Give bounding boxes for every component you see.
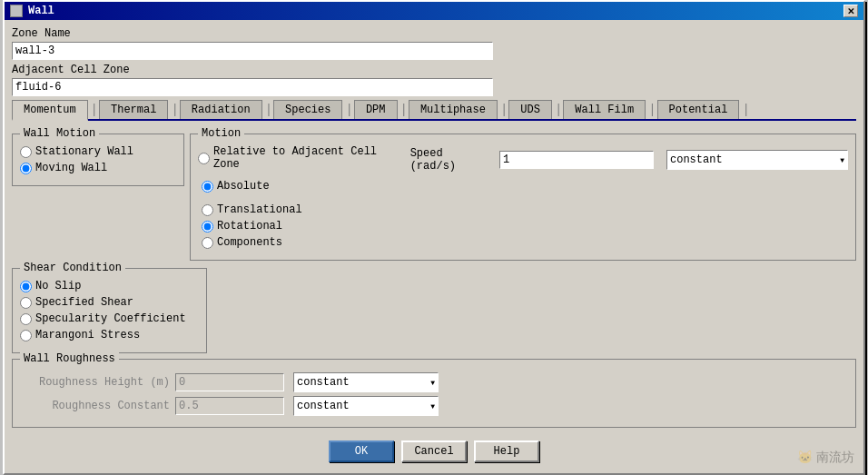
wall-roughness-group: Wall Roughness Roughness Height (m) cons… <box>12 359 856 428</box>
watermark: 🐱 南流坊 <box>797 450 854 466</box>
relative-radio[interactable] <box>198 153 210 164</box>
roughness-height-input[interactable] <box>175 373 284 391</box>
roughness-height-dropdown[interactable]: constant <box>293 372 439 392</box>
specified-shear-label: Specified Shear <box>35 296 133 309</box>
left-panel: Wall Motion Stationary Wall Moving Wall <box>12 128 184 266</box>
roughness-constant-row: Roughness Constant constant <box>20 396 848 416</box>
tab-sep-9: | <box>741 103 750 117</box>
tab-sep-2: | <box>170 103 179 117</box>
tab-species[interactable]: Species <box>273 100 342 119</box>
help-button[interactable]: Help <box>474 440 539 462</box>
specularity-radio-item: Specularity Coefficient <box>20 312 199 325</box>
tab-wall-film[interactable]: Wall Film <box>563 100 646 119</box>
tabs-bar: Momentum | Thermal | Radiation | Species… <box>12 100 856 121</box>
components-radio-item: Components <box>202 236 848 249</box>
roughness-height-row: Roughness Height (m) constant <box>20 372 848 392</box>
components-radio[interactable] <box>202 237 213 249</box>
tab-uds[interactable]: UDS <box>508 100 552 119</box>
no-slip-radio-item: No Slip <box>20 280 199 292</box>
tab-momentum[interactable]: Momentum <box>12 100 88 121</box>
tab-dpm[interactable]: DPM <box>354 100 398 119</box>
content-area: Zone Name Adjacent Cell Zone Momentum | … <box>5 20 863 473</box>
specified-shear-radio[interactable] <box>20 297 32 309</box>
speed-label: Speed (rad/s) <box>410 147 490 173</box>
rotational-radio[interactable] <box>202 221 213 233</box>
bottom-buttons-area: OK Cancel Help <box>12 433 856 466</box>
wall-motion-group: Wall Motion Stationary Wall Moving Wall <box>12 134 184 186</box>
roughness-constant-label: Roughness Constant <box>20 400 170 412</box>
relative-radio-item: Relative to Adjacent Cell Zone <box>198 145 398 171</box>
stationary-wall-radio[interactable] <box>20 146 32 158</box>
roughness-height-dropdown-wrapper: constant <box>293 372 439 392</box>
specularity-label: Specularity Coefficient <box>35 312 186 325</box>
translational-label: Translational <box>217 203 302 216</box>
tab-sep-5: | <box>399 103 409 117</box>
speed-dropdown-wrapper: constant <box>666 150 848 170</box>
roughness-constant-input[interactable] <box>175 397 284 415</box>
motion-reference-row: Relative to Adjacent Cell Zone Speed (ra… <box>198 145 848 174</box>
absolute-label: Absolute <box>217 180 270 193</box>
zone-name-label: Zone Name <box>12 27 856 40</box>
window-icon <box>10 5 23 17</box>
shear-condition-title: Shear Condition <box>20 262 125 274</box>
moving-wall-label: Moving Wall <box>35 162 107 174</box>
moving-wall-radio-item: Moving Wall <box>20 162 176 174</box>
specularity-radio[interactable] <box>20 313 32 325</box>
wall-motion-title: Wall Motion <box>20 127 99 140</box>
tab-sep-6: | <box>499 103 508 117</box>
no-slip-label: No Slip <box>35 280 81 292</box>
rotational-label: Rotational <box>217 220 282 233</box>
marangoni-label: Marangoni Stress <box>35 329 140 341</box>
adjacent-cell-zone-label: Adjacent Cell Zone <box>12 64 856 76</box>
shear-condition-group: Shear Condition No Slip Specified Shear … <box>12 268 207 353</box>
speed-input[interactable] <box>499 151 654 169</box>
absolute-radio-item: Absolute <box>202 180 848 193</box>
titlebar-title-area: Wall <box>10 5 54 17</box>
translational-radio[interactable] <box>202 204 213 216</box>
close-button[interactable]: ✕ <box>843 5 858 17</box>
stationary-wall-radio-item: Stationary Wall <box>20 145 176 158</box>
tab-radiation[interactable]: Radiation <box>180 100 262 119</box>
absolute-radio[interactable] <box>202 181 213 193</box>
window-title: Wall <box>28 5 54 17</box>
stationary-wall-label: Stationary Wall <box>35 145 133 158</box>
adjacent-cell-zone-input[interactable] <box>12 78 493 96</box>
tab-sep-3: | <box>264 103 273 117</box>
main-window: Wall ✕ Zone Name Adjacent Cell Zone Mome… <box>3 0 865 475</box>
right-panel: Motion Relative to Adjacent Cell Zone Sp… <box>190 128 856 266</box>
zone-name-group: Zone Name <box>12 27 856 60</box>
rotational-radio-item: Rotational <box>202 220 848 233</box>
tab-thermal[interactable]: Thermal <box>99 100 168 119</box>
components-label: Components <box>217 236 282 249</box>
tab-multiphase[interactable]: Multiphase <box>409 100 498 119</box>
ok-button[interactable]: OK <box>329 440 394 462</box>
tab-sep-8: | <box>647 103 656 117</box>
relative-label: Relative to Adjacent Cell Zone <box>213 145 398 171</box>
specified-shear-radio-item: Specified Shear <box>20 296 199 309</box>
zone-name-input[interactable] <box>12 42 493 60</box>
roughness-constant-dropdown-wrapper: constant <box>293 396 439 416</box>
titlebar: Wall ✕ <box>5 2 863 20</box>
adjacent-cell-zone-group: Adjacent Cell Zone <box>12 64 856 96</box>
tab-sep-4: | <box>344 103 353 117</box>
roughness-constant-dropdown[interactable]: constant <box>293 396 439 416</box>
no-slip-radio[interactable] <box>20 281 32 292</box>
marangoni-radio-item: Marangoni Stress <box>20 329 199 341</box>
speed-dropdown[interactable]: constant <box>666 150 848 170</box>
cancel-button[interactable]: Cancel <box>401 440 467 462</box>
motion-group: Motion Relative to Adjacent Cell Zone Sp… <box>190 134 856 261</box>
tab-sep-1: | <box>90 103 99 117</box>
marangoni-radio[interactable] <box>20 330 32 341</box>
tab-sep-7: | <box>554 103 563 117</box>
main-panels: Wall Motion Stationary Wall Moving Wall … <box>12 128 856 266</box>
roughness-height-label: Roughness Height (m) <box>20 376 170 389</box>
translational-radio-item: Translational <box>202 203 848 216</box>
moving-wall-radio[interactable] <box>20 163 32 174</box>
motion-title: Motion <box>198 127 244 140</box>
wall-roughness-title: Wall Roughness <box>20 352 119 365</box>
tab-potential[interactable]: Potential <box>657 100 740 119</box>
